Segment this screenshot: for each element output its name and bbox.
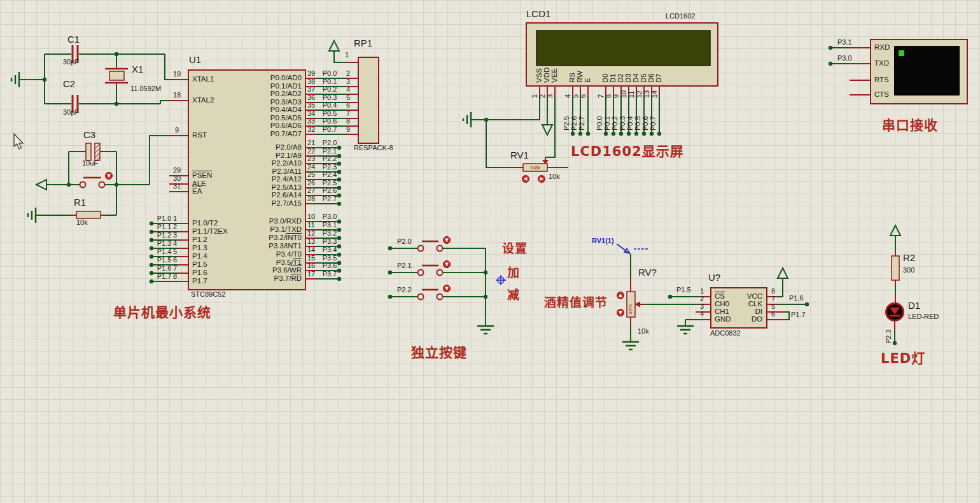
lcd-net-dot (612, 132, 615, 136)
p0-net-label: P0.2 (319, 86, 340, 94)
u1-pin-number: 23 (305, 155, 318, 163)
lcd-net-dot (627, 132, 631, 136)
button-net-label: P2.0 (397, 238, 419, 246)
lcd-pin-number: 14 (651, 87, 659, 98)
u1-pin-label: P3.0/RXD (216, 217, 302, 225)
p3-net-label: P3.5 (319, 255, 340, 262)
p1-net-dot (150, 280, 153, 283)
u1-pin-label: P1.7 (192, 277, 207, 285)
led-section-label: LED灯 (881, 351, 925, 365)
reset-button-terminal[interactable] (99, 182, 105, 188)
crystal-body (109, 71, 124, 80)
ground-symbol-xtal (11, 72, 19, 87)
lcd-pin-number: 12 (636, 87, 643, 98)
lcd-part: LCD1602 (666, 13, 695, 20)
reset-button-actuator[interactable] (106, 173, 113, 180)
push-button-actuator[interactable] (444, 261, 451, 268)
adc-pin-number: 8 (767, 288, 779, 295)
lcd-pin-label: D4 (632, 43, 640, 83)
push-button-terminal[interactable] (437, 270, 443, 276)
u1-pin-label: P3.3/INT1 (216, 242, 302, 250)
serial-pin-label: CTS (874, 90, 889, 98)
p0-net-label: P0.3 (319, 94, 340, 102)
adc-cs-net-dot (668, 295, 672, 299)
serial-pin-label: TXD (874, 59, 889, 67)
push-button-terminal[interactable] (418, 270, 424, 276)
rv2-increase-actuator[interactable] (617, 292, 624, 299)
reset-button-terminal[interactable] (80, 182, 86, 188)
u1-pin-number: 37 (305, 86, 318, 94)
c2-value: 30pF (63, 109, 79, 117)
rv2-decrease-actuator[interactable] (617, 309, 624, 316)
push-button-terminal[interactable] (437, 294, 443, 300)
lcd-pin-number: 9 (613, 87, 620, 98)
serial-pin-label: RXD (874, 43, 890, 51)
u1-pin-label: P2.6/A14 (216, 191, 302, 199)
adc-pin-label: CLK (725, 300, 762, 308)
p1-net-dot (150, 255, 153, 259)
ground-symbol-buttons (477, 326, 494, 334)
u1-pin-number: 32 (305, 126, 318, 134)
junction-dot (115, 183, 118, 187)
lcd-pin-number: 2 (539, 87, 547, 98)
junction-dot (115, 52, 118, 56)
serial-rxd-net-label: P3.1 (837, 39, 852, 46)
c1-value: 30pF (63, 59, 79, 66)
d1-ref: D1 (908, 301, 920, 311)
adc-pin-number: 3 (696, 303, 708, 311)
u1-pin-label: RST (192, 131, 207, 139)
p1-net-dot (150, 246, 153, 250)
c3-ref: C3 (83, 130, 95, 140)
u1-pin-label: P0.7/AD7 (216, 130, 302, 138)
lcd-net-label: P0.3 (619, 99, 627, 131)
lcd-net-dot (571, 132, 575, 136)
u1-pin-label: P2.5/A13 (216, 183, 302, 191)
xtal-wires (19, 54, 169, 104)
push-button-terminal[interactable] (418, 246, 424, 251)
rv1-increase-actuator[interactable] (538, 176, 545, 183)
r1-ref: R1 (74, 197, 86, 208)
button-net-label: P2.2 (397, 287, 419, 294)
lcd-net-dot (619, 132, 623, 136)
lcd-pin-label: VDD (543, 43, 550, 83)
p2-net-label: P2.0 (319, 139, 340, 147)
u1-pin-label: P0.1/AD1 (216, 82, 302, 90)
push-button-actuator[interactable] (444, 237, 451, 244)
push-button-terminal[interactable] (437, 246, 443, 251)
junction-dot (115, 102, 118, 106)
button-net-label: P2.1 (397, 262, 419, 270)
lcd-net-label: P0.7 (650, 99, 657, 131)
p3-net-label: P3.2 (319, 230, 340, 237)
u1-pin-number: 16 (305, 262, 318, 270)
x1-value: 11.0592M (130, 85, 161, 93)
x1-ref: X1 (132, 64, 143, 74)
u1-pin-number: 8 (171, 273, 179, 281)
lcd-net-label: P0.1 (604, 99, 612, 131)
u1-pin-number: 22 (305, 148, 318, 155)
push-button-terminal[interactable] (418, 294, 424, 300)
push-button-actuator[interactable] (444, 285, 451, 292)
u1-pin-label: P2.2/A10 (216, 159, 302, 167)
lcd-net-label: P2.5 (563, 99, 571, 131)
p1-net-dot (150, 271, 153, 275)
p1-net-dot (150, 230, 153, 234)
power-arrow-left (36, 180, 46, 190)
rp1-ref: RP1 (354, 38, 372, 48)
ground-symbol-lcd (463, 112, 471, 127)
p2-net-label: P2.2 (319, 155, 340, 163)
serial-txd-net-label: P3.0 (837, 55, 852, 62)
p0-net-label: P0.0 (319, 70, 340, 78)
p2-net-label: P2.3 (319, 164, 340, 171)
serial-cursor (899, 50, 904, 56)
rp1-pin-number: 6 (344, 102, 353, 110)
u1-pin-number: 1 (171, 215, 179, 223)
lcd-pin-label: D5 (640, 43, 647, 83)
lcd-pin-label: E (584, 43, 591, 83)
rp1-part: RESPACK-8 (354, 145, 393, 152)
lcd-pin-number: 1 (531, 87, 539, 98)
u1-pin-label: P3.6/WR (216, 266, 302, 274)
rv1-decrease-actuator[interactable] (522, 176, 529, 183)
r1-resistor-body (76, 211, 101, 218)
rp1-pin-number: 3 (344, 78, 353, 86)
u1-pin-label: P2.3/A11 (216, 167, 302, 175)
